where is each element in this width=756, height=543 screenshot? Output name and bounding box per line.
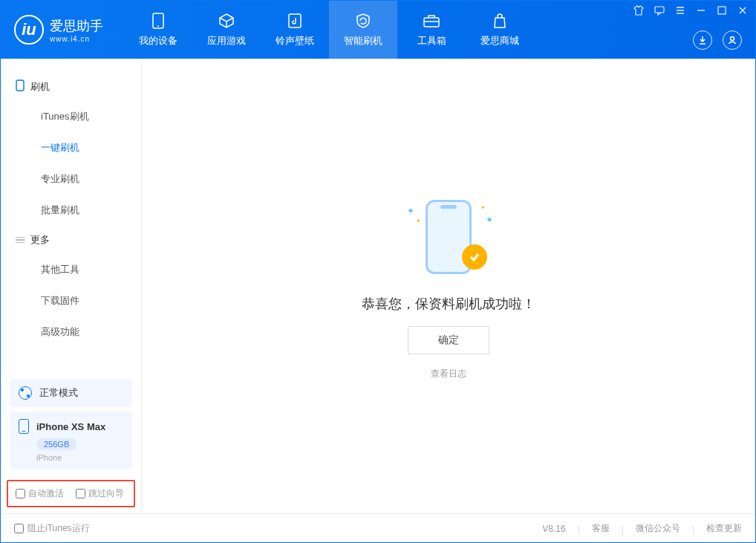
device-icon (149, 12, 167, 30)
nav-label: 爱思商城 (480, 34, 519, 48)
section-label: 刷机 (30, 80, 50, 94)
checkbox-label: 阻止iTunes运行 (27, 522, 90, 535)
checkbox-label: 跳过向导 (88, 487, 124, 500)
top-nav: 我的设备 应用游戏 铃声壁纸 智能刷机 工具箱 爱思商城 (124, 1, 534, 59)
app-title: 爱思助手 (50, 17, 103, 35)
nav-label: 智能刷机 (344, 34, 382, 48)
app-url: www.i4.cn (50, 35, 103, 43)
version-label: V8.16 (542, 524, 565, 534)
separator: | (692, 524, 694, 534)
sparkle-icon: ✦ (480, 204, 486, 211)
success-illustration: ✦ ✦ ✦ ✦ (404, 192, 493, 282)
sidebar-item-other-tools[interactable]: 其他工具 (1, 254, 141, 285)
block-itunes-checkbox[interactable]: 阻止iTunes运行 (14, 522, 90, 535)
svg-rect-2 (289, 14, 301, 27)
nav-label: 工具箱 (417, 34, 446, 48)
list-icon (16, 235, 25, 245)
auto-activate-checkbox[interactable]: 自动激活 (16, 487, 64, 500)
nav-smart-flash[interactable]: 智能刷机 (329, 1, 397, 59)
mode-card[interactable]: 正常模式 (10, 379, 132, 407)
checkbox-label: 自动激活 (28, 487, 64, 500)
sidebar-item-pro-flash[interactable]: 专业刷机 (1, 163, 141, 195)
sparkle-icon: ✦ (407, 206, 414, 216)
sidebar-item-download-firmware[interactable]: 下载固件 (1, 285, 141, 316)
sidebar-item-oneclick-flash[interactable]: 一键刷机 (1, 132, 141, 163)
nav-label: 应用游戏 (207, 34, 246, 48)
cube-icon (218, 12, 235, 30)
phone-outline-icon (16, 79, 25, 94)
nav-my-device[interactable]: 我的设备 (124, 1, 192, 59)
minimize-button[interactable] (696, 5, 706, 18)
sidebar-item-batch-flash[interactable]: 批量刷机 (1, 195, 141, 226)
svg-rect-5 (718, 7, 726, 14)
maximize-button[interactable] (717, 5, 727, 18)
device-card[interactable]: iPhone XS Max 256GB iPhone (10, 412, 132, 469)
view-log-link[interactable]: 查看日志 (431, 368, 466, 380)
check-update-link[interactable]: 检查更新 (706, 522, 742, 535)
svg-point-6 (731, 37, 734, 41)
toolbox-icon (423, 12, 440, 30)
sparkle-icon: ✦ (486, 215, 493, 225)
sidebar-section-more: 更多 (1, 226, 141, 254)
storage-badge: 256GB (36, 438, 76, 450)
menu-icon[interactable] (675, 5, 685, 18)
shield-refresh-icon (354, 12, 372, 30)
window-controls (633, 5, 748, 18)
separator: | (622, 524, 624, 534)
music-file-icon (286, 12, 304, 30)
device-name: iPhone XS Max (36, 421, 105, 432)
download-button[interactable] (693, 30, 712, 50)
nav-store[interactable]: 爱思商城 (466, 1, 534, 59)
svg-rect-4 (655, 7, 664, 13)
sparkle-icon: ✦ (416, 218, 421, 224)
header-actions (693, 30, 742, 50)
nav-ringtone-wallpaper[interactable]: 铃声壁纸 (261, 1, 329, 59)
section-label: 更多 (30, 233, 50, 247)
svg-rect-7 (16, 80, 24, 91)
svg-point-1 (157, 25, 159, 27)
close-button[interactable] (737, 5, 748, 18)
checkmark-badge-icon (462, 244, 487, 270)
nav-toolbox[interactable]: 工具箱 (397, 1, 466, 59)
nav-label: 铃声壁纸 (276, 34, 314, 48)
mode-label: 正常模式 (39, 386, 78, 400)
feedback-icon[interactable] (654, 5, 665, 18)
skip-guide-checkbox[interactable]: 跳过向导 (76, 487, 124, 500)
sidebar-item-advanced[interactable]: 高级功能 (1, 316, 141, 348)
nav-apps-games[interactable]: 应用游戏 (192, 1, 261, 59)
sidebar-section-flash: 刷机 (1, 72, 141, 101)
logo-icon: iu (14, 15, 44, 45)
user-button[interactable] (723, 30, 742, 50)
footer: 阻止iTunes运行 V8.16 | 客服 | 微信公众号 | 检查更新 (1, 513, 755, 543)
support-link[interactable]: 客服 (592, 522, 610, 535)
options-highlight-box: 自动激活 跳过向导 (7, 480, 135, 507)
bag-icon (491, 12, 509, 30)
wechat-link[interactable]: 微信公众号 (636, 522, 680, 535)
main-content: ✦ ✦ ✦ ✦ 恭喜您，保资料刷机成功啦！ 确定 查看日志 (142, 59, 755, 513)
logo[interactable]: iu 爱思助手 www.i4.cn (1, 15, 117, 45)
phone-icon (19, 419, 29, 434)
header: iu 爱思助手 www.i4.cn 我的设备 应用游戏 铃声壁纸 智能刷机 工具… (1, 1, 755, 59)
tshirt-icon[interactable] (633, 5, 644, 18)
svg-rect-3 (424, 18, 439, 27)
success-message: 恭喜您，保资料刷机成功啦！ (362, 295, 535, 313)
sidebar: 刷机 iTunes刷机 一键刷机 专业刷机 批量刷机 更多 其他工具 下载固件 … (1, 59, 142, 513)
device-type: iPhone (36, 453, 123, 462)
nav-label: 我的设备 (139, 34, 177, 48)
separator: | (578, 524, 580, 534)
mode-icon (19, 386, 32, 400)
sidebar-item-itunes-flash[interactable]: iTunes刷机 (1, 101, 141, 132)
confirm-button[interactable]: 确定 (408, 326, 489, 354)
